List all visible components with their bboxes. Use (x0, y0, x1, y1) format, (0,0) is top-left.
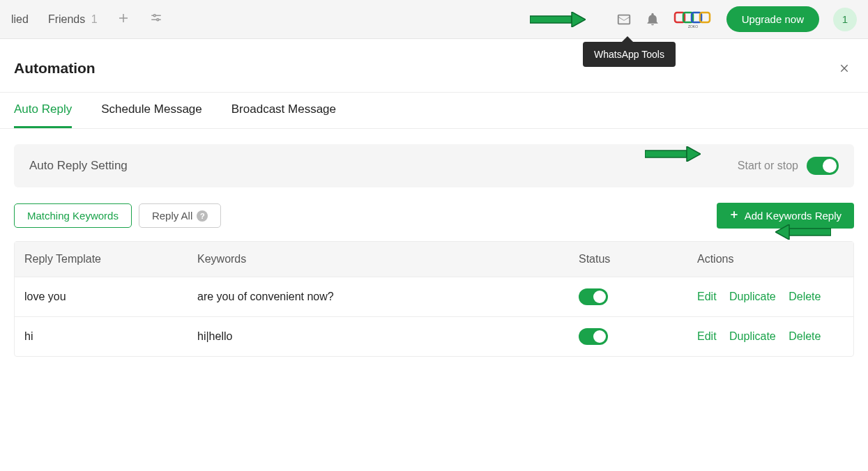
col-header-keywords: Keywords (188, 242, 569, 277)
table-row: love you are you of convenient now? Edit… (15, 277, 853, 317)
topbar-right: ZOKO Upgrade now 1 (616, 6, 857, 32)
filter-icon[interactable] (149, 12, 163, 27)
svg-point-3 (153, 14, 155, 16)
add-keywords-reply-label: Add Keywords Reply (745, 210, 842, 222)
nav-tab-partial[interactable]: lied (11, 13, 29, 26)
cell-keywords: hi|hello (188, 319, 569, 354)
status-toggle[interactable] (579, 288, 608, 305)
col-header-actions: Actions (697, 253, 733, 265)
plus-icon[interactable] (117, 12, 130, 27)
cell-reply-template: hi (15, 319, 188, 354)
auto-reply-setting-bar: Auto Reply Setting Start or stop (14, 144, 854, 187)
start-stop-label: Start or stop (738, 160, 798, 172)
tab-broadcast-message[interactable]: Broadcast Message (231, 102, 336, 128)
start-stop-toggle[interactable] (807, 157, 839, 175)
filter-row: Matching Keywords Reply All ? Add Keywor… (14, 203, 854, 229)
edit-action[interactable]: Edit (697, 330, 717, 342)
nav-tab-friends-count: 1 (91, 13, 98, 25)
svg-rect-15 (789, 229, 831, 235)
col-header-status: Status (569, 242, 687, 277)
cell-reply-template: love you (15, 279, 188, 314)
duplicate-action[interactable]: Duplicate (729, 330, 776, 342)
reply-all-pill[interactable]: Reply All ? (139, 203, 221, 228)
tab-auto-reply[interactable]: Auto Reply (14, 102, 72, 128)
edit-action[interactable]: Edit (697, 291, 717, 302)
col-header-reply-template: Reply Template (15, 242, 188, 277)
topbar-left: lied Friends 1 (11, 12, 163, 27)
plus-icon (729, 210, 739, 222)
bell-icon[interactable] (646, 12, 660, 27)
svg-point-5 (156, 18, 158, 20)
whatsapp-tools-tooltip: WhatsApp Tools (583, 42, 676, 67)
delete-action[interactable]: Delete (789, 330, 821, 342)
info-icon: ? (197, 210, 208, 222)
add-keywords-reply-button[interactable]: Add Keywords Reply (717, 203, 854, 229)
cell-status (569, 277, 687, 316)
cell-status (569, 317, 687, 356)
svg-text:ZOKO: ZOKO (688, 24, 698, 29)
page-title: Automation (14, 60, 96, 77)
table-header: Reply Template Keywords Status Actions (15, 242, 853, 277)
tab-schedule-message[interactable]: Schedule Message (101, 102, 202, 128)
nav-tab-friends[interactable]: Friends 1 (48, 13, 98, 26)
delete-action[interactable]: Delete (789, 291, 821, 302)
duplicate-action[interactable]: Duplicate (729, 291, 776, 302)
cell-actions: Edit Duplicate Delete (687, 279, 853, 314)
page-header: Automation (0, 39, 868, 93)
keywords-table: Reply Template Keywords Status Actions l… (14, 241, 854, 357)
cell-keywords: are you of convenient now? (188, 279, 569, 314)
upgrade-button[interactable]: Upgrade now (726, 6, 819, 32)
avatar-badge[interactable]: 1 (833, 8, 857, 31)
table-row: hi hi|hello Edit Duplicate Delete (15, 317, 853, 356)
nav-tab-friends-label: Friends (48, 13, 85, 25)
status-toggle[interactable] (579, 328, 608, 345)
reply-all-label: Reply All (152, 210, 192, 222)
inbox-icon[interactable] (616, 12, 632, 27)
top-bar: lied Friends 1 ZOKO Upgrade now (0, 0, 868, 39)
col-header-actions-wrap: Actions (687, 242, 853, 277)
zoko-logo[interactable]: ZOKO (673, 10, 713, 29)
automation-tabs: Auto Reply Schedule Message Broadcast Me… (0, 93, 868, 129)
cell-actions: Edit Duplicate Delete (687, 319, 853, 354)
auto-reply-setting-label: Auto Reply Setting (29, 159, 738, 173)
matching-keywords-pill[interactable]: Matching Keywords (14, 203, 132, 228)
close-icon[interactable] (835, 59, 854, 78)
